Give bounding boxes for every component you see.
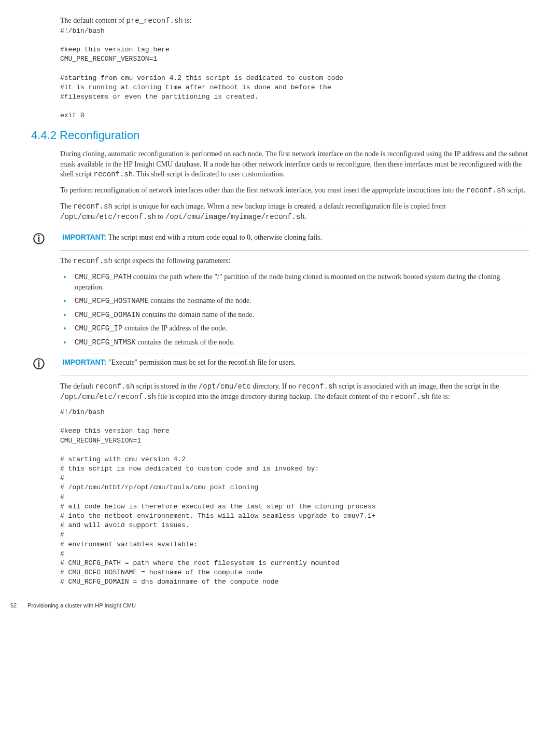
important-label: IMPORTANT: xyxy=(62,358,106,366)
paragraph-4: The reconf.sh script expects the followi… xyxy=(60,256,529,267)
list-item: CMU_RCFG_NTMSK contains the netmask of t… xyxy=(60,337,529,348)
important-label: IMPORTANT: xyxy=(62,233,106,241)
intro-code: pre_reconf.sh xyxy=(127,17,183,25)
intro-tail: is: xyxy=(183,17,192,24)
section-heading: 4.4.2 Reconfiguration xyxy=(31,128,529,144)
param-text: contains the netmask of the node. xyxy=(136,338,235,346)
param-code: CMU_RCFG_PATH xyxy=(75,273,131,281)
important-icon: ⓘ xyxy=(31,357,62,371)
param-code: CMU_RCFG_NTMSK xyxy=(75,338,136,347)
list-item: CMU_RCFG_HOSTNAME contains the hostname … xyxy=(60,296,529,307)
param-text: contains the domain name of the node. xyxy=(140,311,254,319)
important-callout-2: ⓘ IMPORTANT: "Execute" permission must b… xyxy=(60,353,529,376)
param-text: contains the IP address of the node. xyxy=(122,324,227,332)
param-text: contains the hostname of the node. xyxy=(149,297,251,305)
default-content-intro: The default content of pre_reconf.sh is: xyxy=(60,16,529,26)
paragraph-2: To perform reconfiguration of network in… xyxy=(60,185,529,196)
page-footer: 52 Provisioning a cluster with HP Insigh… xyxy=(10,602,529,610)
body-content: During cloning, automatic reconfiguratio… xyxy=(60,149,529,223)
list-item: CMU_RCFG_IP contains the IP address of t… xyxy=(60,323,529,334)
body-content-3: The default reconf.sh script is stored i… xyxy=(60,381,529,403)
param-text: contains the path where the "/" partitio… xyxy=(75,273,500,292)
paragraph-3: The reconf.sh script is unique for each … xyxy=(60,201,529,223)
param-code: CMU_RCFG_IP xyxy=(75,324,122,333)
body-content-2: The reconf.sh script expects the followi… xyxy=(60,256,529,348)
important-icon: ⓘ xyxy=(31,232,62,246)
footer-text: Provisioning a cluster with HP Insight C… xyxy=(27,602,136,609)
list-item: CMU_RCFG_PATH contains the path where th… xyxy=(60,272,529,293)
paragraph-5: The default reconf.sh script is stored i… xyxy=(60,381,529,403)
parameter-list: CMU_RCFG_PATH contains the path where th… xyxy=(60,272,529,348)
list-item: CMU_RCFG_DOMAIN contains the domain name… xyxy=(60,310,529,321)
pre-reconf-code-block: #!/bin/bash #keep this version tag here … xyxy=(60,26,529,121)
important-1-text: The script must end with a return code e… xyxy=(106,233,322,241)
page-number: 52 xyxy=(10,602,26,610)
param-code: CMU_RCFG_DOMAIN xyxy=(75,311,140,319)
param-code: CMU_RCFG_HOSTNAME xyxy=(75,297,149,305)
paragraph-1: During cloning, automatic reconfiguratio… xyxy=(60,149,529,180)
intro-text: The default content of xyxy=(60,17,127,24)
reconf-code-block: #!/bin/bash #keep this version tag here … xyxy=(60,408,529,587)
important-callout-1: ⓘ IMPORTANT: The script must end with a … xyxy=(60,228,529,251)
